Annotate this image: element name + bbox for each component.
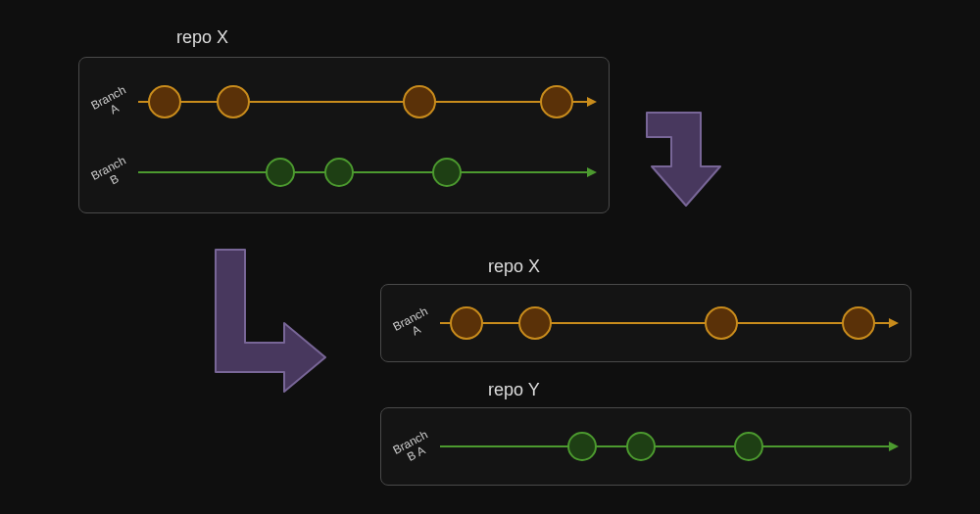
branch-a-label: Branch A	[89, 84, 134, 124]
commit	[518, 306, 552, 340]
commit	[626, 432, 656, 461]
branch-label: Branch B A	[391, 429, 436, 469]
right-repo-y-box: Branch B A	[380, 407, 911, 486]
branch-a-arrowhead	[587, 97, 597, 107]
branch-line	[440, 445, 889, 447]
commit	[450, 306, 483, 340]
commit	[324, 158, 354, 187]
branch-b-line	[138, 171, 587, 173]
commit	[217, 85, 250, 118]
commit	[705, 306, 738, 340]
diagram-stage: repo X Branch A Branch B repo X Branch A	[0, 0, 980, 514]
branch-arrowhead	[889, 442, 899, 451]
commit	[403, 85, 436, 118]
flow-arrow-down	[206, 245, 333, 401]
flow-arrow-right	[642, 108, 750, 225]
branch-a-line	[440, 322, 889, 324]
branch-a-arrowhead	[889, 318, 899, 328]
right-repo-y-title: repo Y	[488, 380, 540, 400]
branch-a-line	[138, 101, 587, 103]
top-repo-title: repo X	[176, 27, 228, 48]
commit	[567, 432, 597, 461]
right-repo-x-box: Branch A	[380, 284, 911, 362]
commit	[540, 85, 573, 118]
commit	[266, 158, 295, 187]
branch-a-label: Branch A	[391, 305, 436, 346]
top-repo-box: Branch A Branch B	[78, 57, 610, 213]
branch-b-label: Branch B	[89, 155, 134, 195]
commit	[148, 85, 181, 118]
commit	[842, 306, 875, 340]
right-repo-x-title: repo X	[488, 257, 540, 277]
commit	[734, 432, 763, 461]
commit	[432, 158, 462, 187]
branch-b-arrowhead	[587, 167, 597, 177]
